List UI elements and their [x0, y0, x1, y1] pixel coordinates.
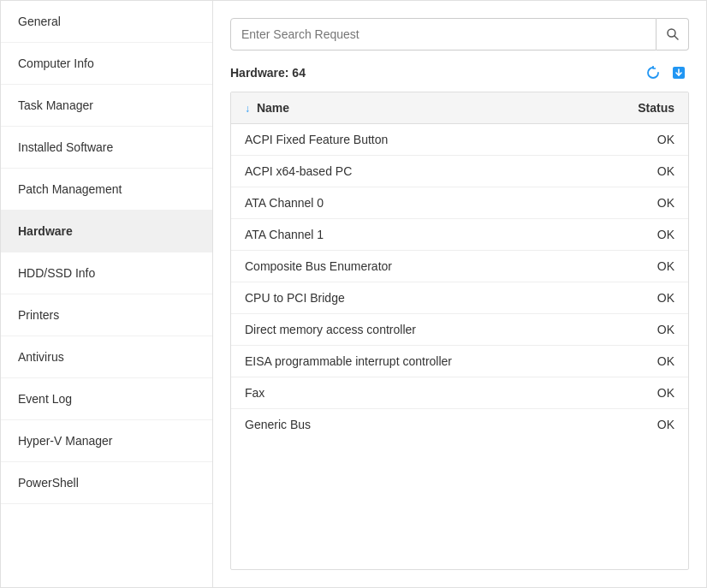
- sidebar-item-task-manager[interactable]: Task Manager: [1, 85, 212, 127]
- sidebar-item-hyper-v-manager[interactable]: Hyper-V Manager: [1, 420, 212, 462]
- hardware-name: ATA Channel 1: [231, 219, 590, 251]
- table-row: ATA Channel 1OK: [231, 219, 688, 251]
- hardware-name: Composite Bus Enumerator: [231, 251, 590, 282]
- count-actions: [643, 62, 689, 83]
- hardware-status: OK: [590, 377, 688, 409]
- status-column-header[interactable]: Status: [590, 92, 688, 124]
- table-row: EISA programmable interrupt controllerOK: [231, 346, 688, 377]
- table-row: ATA Channel 0OK: [231, 187, 688, 219]
- hardware-status: OK: [590, 156, 688, 187]
- hardware-status: OK: [590, 409, 688, 441]
- hardware-name: EISA programmable interrupt controller: [231, 346, 590, 377]
- hardware-status: OK: [590, 187, 688, 219]
- sidebar-item-event-log[interactable]: Event Log: [1, 378, 212, 420]
- search-bar: [230, 18, 689, 50]
- search-button[interactable]: [656, 18, 689, 50]
- sidebar-item-hardware[interactable]: Hardware: [1, 211, 212, 252]
- app-container: GeneralComputer InfoTask ManagerInstalle…: [0, 0, 707, 588]
- hardware-name: Fax: [231, 377, 590, 409]
- table-row: ACPI Fixed Feature ButtonOK: [231, 124, 688, 156]
- sidebar-item-hdd-ssd-info[interactable]: HDD/SSD Info: [1, 252, 212, 294]
- table-body: ACPI Fixed Feature ButtonOKACPI x64-base…: [231, 124, 688, 441]
- table-row: Composite Bus EnumeratorOK: [231, 251, 688, 282]
- table-row: Direct memory access controllerOK: [231, 314, 688, 346]
- search-input[interactable]: [230, 18, 656, 50]
- sidebar-item-general[interactable]: General: [1, 1, 212, 43]
- name-column-header[interactable]: ↓ Name: [231, 92, 590, 124]
- sidebar-item-computer-info[interactable]: Computer Info: [1, 43, 212, 85]
- export-icon[interactable]: [668, 62, 689, 83]
- hardware-status: OK: [590, 346, 688, 377]
- hardware-status: OK: [590, 314, 688, 346]
- sidebar-item-powershell[interactable]: PowerShell: [1, 462, 212, 504]
- hardware-count-label: Hardware: 64: [230, 66, 306, 80]
- hardware-status: OK: [590, 124, 688, 156]
- table-row: CPU to PCI BridgeOK: [231, 282, 688, 314]
- hardware-name: ATA Channel 0: [231, 187, 590, 219]
- table-row: FaxOK: [231, 377, 688, 409]
- table-header-row: ↓ Name Status: [231, 92, 688, 124]
- hardware-table-container[interactable]: ↓ Name Status ACPI Fixed Feature ButtonO…: [230, 92, 689, 570]
- sidebar-item-antivirus[interactable]: Antivirus: [1, 336, 212, 378]
- hardware-status: OK: [590, 251, 688, 282]
- hardware-status: OK: [590, 219, 688, 251]
- hardware-name: ACPI x64-based PC: [231, 156, 590, 187]
- table-row: Generic BusOK: [231, 409, 688, 441]
- sidebar-item-printers[interactable]: Printers: [1, 294, 212, 336]
- svg-line-1: [674, 36, 678, 39]
- search-icon: [666, 27, 680, 41]
- hardware-name: Direct memory access controller: [231, 314, 590, 346]
- sidebar-item-patch-management[interactable]: Patch Management: [1, 169, 212, 211]
- sidebar: GeneralComputer InfoTask ManagerInstalle…: [1, 1, 213, 587]
- table-row: ACPI x64-based PCOK: [231, 156, 688, 187]
- hardware-name: ACPI Fixed Feature Button: [231, 124, 590, 156]
- hardware-name: Generic Bus: [231, 409, 590, 441]
- sidebar-item-installed-software[interactable]: Installed Software: [1, 127, 212, 169]
- refresh-icon[interactable]: [643, 62, 663, 83]
- count-row: Hardware: 64: [230, 62, 689, 83]
- sort-icon: ↓: [245, 103, 250, 115]
- hardware-status: OK: [590, 282, 688, 314]
- main-content: Hardware: 64: [213, 1, 706, 587]
- hardware-name: CPU to PCI Bridge: [231, 282, 590, 314]
- hardware-table: ↓ Name Status ACPI Fixed Feature ButtonO…: [231, 92, 688, 440]
